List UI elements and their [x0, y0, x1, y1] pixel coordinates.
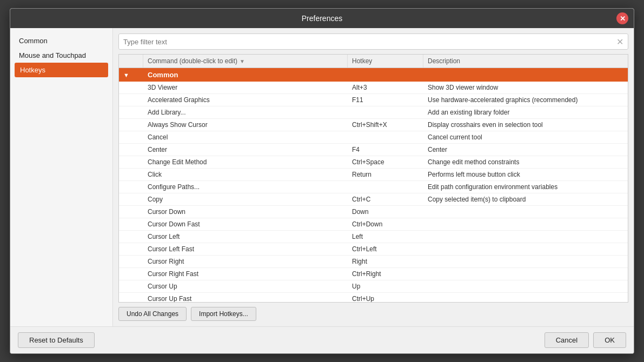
table-row[interactable]: Click Return Performs left mouse button …	[119, 169, 628, 181]
table-row[interactable]: Configure Paths... Edit path configurati…	[119, 181, 628, 193]
sidebar-item-mouse[interactable]: Mouse and Touchpad	[10, 48, 112, 63]
row-hotkey: Ctrl+C	[348, 193, 423, 205]
col-header-description[interactable]: Description	[423, 55, 628, 68]
row-command: Cursor Down Fast	[143, 218, 348, 230]
reset-to-defaults-button[interactable]: Reset to Defaults	[18, 332, 95, 348]
row-description	[423, 218, 628, 230]
table-row[interactable]: Cursor Up Fast Ctrl+Up	[119, 293, 628, 303]
preferences-dialog: Preferences ✕ Common Mouse and Touchpad …	[10, 8, 634, 354]
hotkeys-table: Command (double-click to edit) ▼ Hotkey …	[118, 54, 628, 303]
row-command: Change Edit Method	[143, 156, 348, 168]
row-command: Cursor Right Fast	[143, 268, 348, 280]
row-hotkey	[348, 131, 423, 143]
row-description: Center	[423, 144, 628, 156]
row-description	[423, 206, 628, 218]
table-row[interactable]: Add Library... Add an existing library f…	[119, 106, 628, 119]
table-row[interactable]: Always Show Cursor Ctrl+Shift+X Display …	[119, 119, 628, 131]
sidebar-item-hotkeys[interactable]: Hotkeys	[15, 63, 108, 77]
table-row[interactable]: Center F4 Center	[119, 144, 628, 156]
filter-input[interactable]	[123, 38, 616, 46]
group-hotkey-cell	[348, 68, 423, 82]
dialog-title: Preferences	[302, 14, 342, 23]
row-indent	[119, 181, 143, 193]
row-description	[423, 293, 628, 303]
row-command: Cursor Left	[143, 231, 348, 243]
col-command-label: Command (double-click to edit)	[148, 57, 237, 65]
row-indent	[119, 169, 143, 180]
group-row-common[interactable]: ▼ Common	[119, 68, 628, 82]
filter-clear-button[interactable]: ✕	[616, 37, 623, 47]
row-command: 3D Viewer	[143, 82, 348, 93]
row-description: Performs left mouse button click	[423, 169, 628, 180]
row-command: Center	[143, 144, 348, 156]
row-indent	[119, 106, 143, 118]
row-hotkey: Ctrl+Shift+X	[348, 119, 423, 131]
row-hotkey: Ctrl+Down	[348, 218, 423, 230]
table-row[interactable]: Cursor Down Fast Ctrl+Down	[119, 218, 628, 231]
row-hotkey: Up	[348, 280, 423, 292]
row-description: Edit path configuration environment vari…	[423, 181, 628, 193]
table-row[interactable]: Cursor Right Right	[119, 256, 628, 268]
row-indent	[119, 268, 143, 280]
row-description: Add an existing library folder	[423, 106, 628, 118]
row-indent	[119, 206, 143, 218]
ok-button[interactable]: OK	[593, 332, 626, 348]
undo-all-button[interactable]: Undo All Changes	[118, 307, 187, 321]
row-command: Click	[143, 169, 348, 180]
dialog-body: Common Mouse and Touchpad Hotkeys ✕ Comm…	[10, 28, 634, 326]
col-header-hotkey[interactable]: Hotkey	[348, 55, 423, 68]
bottom-buttons: Undo All Changes Import Hotkeys...	[118, 303, 628, 321]
close-button[interactable]: ✕	[616, 12, 628, 24]
row-hotkey: Return	[348, 169, 423, 180]
table-row[interactable]: Cancel Cancel current tool	[119, 131, 628, 144]
row-command: Cancel	[143, 131, 348, 143]
col-header-command[interactable]: Command (double-click to edit) ▼	[143, 55, 348, 68]
table-header: Command (double-click to edit) ▼ Hotkey …	[119, 55, 628, 68]
row-command: Always Show Cursor	[143, 119, 348, 131]
row-command: Cursor Right	[143, 256, 348, 267]
row-hotkey: Down	[348, 206, 423, 218]
col-description-label: Description	[428, 57, 460, 65]
row-indent	[119, 243, 143, 255]
titlebar: Preferences ✕	[10, 9, 634, 28]
row-command: Cursor Up	[143, 280, 348, 292]
table-row[interactable]: Cursor Down Down	[119, 206, 628, 218]
table-row[interactable]: Accelerated Graphics F11 Use hardware-ac…	[119, 94, 628, 106]
row-command: Copy	[143, 193, 348, 205]
main-area: ✕ Command (double-click to edit) ▼ Hotke…	[113, 28, 634, 326]
row-hotkey: F4	[348, 144, 423, 156]
table-row[interactable]: Cursor Up Up	[119, 280, 628, 293]
sidebar-item-common[interactable]: Common	[10, 33, 112, 48]
import-hotkeys-button[interactable]: Import Hotkeys...	[191, 307, 256, 321]
table-row[interactable]: Cursor Left Fast Ctrl+Left	[119, 243, 628, 256]
row-hotkey: Left	[348, 231, 423, 243]
row-indent	[119, 119, 143, 131]
dialog-footer: Reset to Defaults Cancel OK	[10, 326, 634, 353]
table-row[interactable]: Cursor Left Left	[119, 231, 628, 243]
filter-bar: ✕	[118, 33, 628, 50]
row-indent	[119, 131, 143, 143]
row-description: Use hardware-accelerated graphics (recom…	[423, 94, 628, 106]
row-description	[423, 280, 628, 292]
row-description	[423, 231, 628, 243]
row-command: Cursor Left Fast	[143, 243, 348, 255]
col-hotkey-label: Hotkey	[352, 57, 372, 65]
row-command: Add Library...	[143, 106, 348, 118]
table-row[interactable]: Cursor Right Fast Ctrl+Right	[119, 268, 628, 280]
cancel-button[interactable]: Cancel	[545, 332, 589, 348]
row-hotkey: Ctrl+Right	[348, 268, 423, 280]
row-hotkey: Ctrl+Left	[348, 243, 423, 255]
table-row[interactable]: 3D Viewer Alt+3 Show 3D viewer window	[119, 82, 628, 94]
row-hotkey: F11	[348, 94, 423, 106]
row-description	[423, 256, 628, 267]
row-indent	[119, 144, 143, 156]
row-hotkey: Alt+3	[348, 82, 423, 93]
group-expand-icon: ▼	[123, 72, 129, 78]
table-row[interactable]: Change Edit Method Ctrl+Space Change edi…	[119, 156, 628, 169]
row-hotkey: Ctrl+Space	[348, 156, 423, 168]
table-row[interactable]: Copy Ctrl+C Copy selected item(s) to cli…	[119, 193, 628, 206]
row-description	[423, 268, 628, 280]
footer-right: Cancel OK	[545, 332, 626, 348]
row-hotkey	[348, 106, 423, 118]
row-command: Accelerated Graphics	[143, 94, 348, 106]
